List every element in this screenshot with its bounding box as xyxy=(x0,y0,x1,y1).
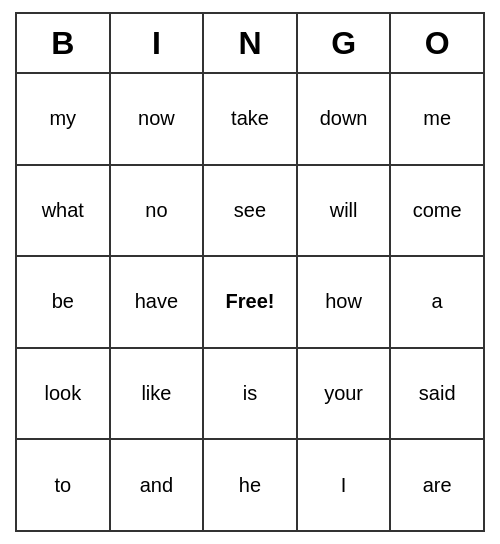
header-letter-o: O xyxy=(391,14,483,72)
bingo-cell-2-4: a xyxy=(391,257,483,347)
bingo-cell-4-2: he xyxy=(204,440,298,530)
bingo-cell-1-3: will xyxy=(298,166,392,256)
bingo-cell-0-3: down xyxy=(298,74,392,164)
bingo-cell-4-0: to xyxy=(17,440,111,530)
bingo-cell-0-4: me xyxy=(391,74,483,164)
bingo-cell-0-1: now xyxy=(111,74,205,164)
bingo-header: BINGO xyxy=(17,14,483,74)
bingo-cell-3-2: is xyxy=(204,349,298,439)
header-letter-i: I xyxy=(111,14,205,72)
bingo-cell-3-4: said xyxy=(391,349,483,439)
bingo-row-3: looklikeisyoursaid xyxy=(17,349,483,441)
bingo-cell-1-2: see xyxy=(204,166,298,256)
bingo-cell-1-1: no xyxy=(111,166,205,256)
bingo-cell-1-4: come xyxy=(391,166,483,256)
bingo-body: mynowtakedownmewhatnoseewillcomebehaveFr… xyxy=(17,74,483,530)
bingo-cell-2-3: how xyxy=(298,257,392,347)
bingo-cell-0-0: my xyxy=(17,74,111,164)
bingo-cell-3-0: look xyxy=(17,349,111,439)
bingo-row-2: behaveFree!howa xyxy=(17,257,483,349)
header-letter-n: N xyxy=(204,14,298,72)
bingo-row-4: toandheIare xyxy=(17,440,483,530)
bingo-cell-0-2: take xyxy=(204,74,298,164)
header-letter-b: B xyxy=(17,14,111,72)
bingo-cell-3-3: your xyxy=(298,349,392,439)
bingo-cell-2-2: Free! xyxy=(204,257,298,347)
bingo-cell-3-1: like xyxy=(111,349,205,439)
bingo-cell-1-0: what xyxy=(17,166,111,256)
bingo-cell-4-1: and xyxy=(111,440,205,530)
bingo-row-0: mynowtakedownme xyxy=(17,74,483,166)
bingo-cell-2-1: have xyxy=(111,257,205,347)
bingo-cell-2-0: be xyxy=(17,257,111,347)
bingo-card: BINGO mynowtakedownmewhatnoseewillcomebe… xyxy=(15,12,485,532)
bingo-cell-4-4: are xyxy=(391,440,483,530)
bingo-cell-4-3: I xyxy=(298,440,392,530)
bingo-row-1: whatnoseewillcome xyxy=(17,166,483,258)
header-letter-g: G xyxy=(298,14,392,72)
